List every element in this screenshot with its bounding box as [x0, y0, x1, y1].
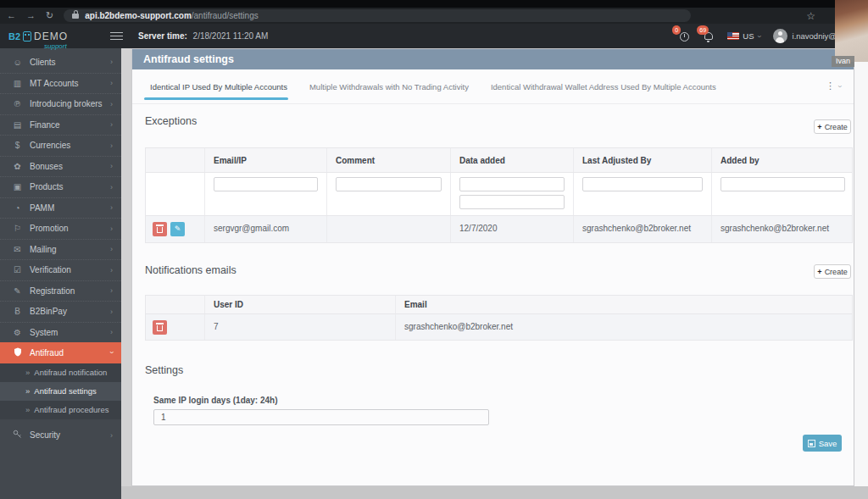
chevron-right-icon: ›	[110, 162, 113, 170]
sidebar-item-label: Clients	[30, 58, 56, 67]
sidebar-item-bonuses[interactable]: ✿ Bonuses ›	[0, 156, 121, 177]
filter-added-by-input[interactable]	[721, 177, 845, 191]
cell-email: sgrashchenko@b2broker.net	[396, 314, 854, 340]
clients-icon: ☺	[11, 58, 24, 67]
currencies-icon: $	[11, 141, 24, 150]
filter-actions-cell	[146, 173, 205, 215]
back-button[interactable]: ←	[7, 11, 16, 20]
url-bar[interactable]: api.b2bdemo-support.com /antifraud/setti…	[64, 9, 691, 22]
cell-added-by: sgrashchenko@b2broker.net	[712, 216, 854, 242]
column-header-comment: Comment	[327, 148, 451, 172]
products-icon: ▣	[11, 182, 24, 191]
mt-accounts-icon: ▥	[11, 79, 24, 88]
sidebar-item-pamm[interactable]: ◔ PAMM ›	[0, 197, 121, 219]
tab-collapse-button[interactable]: ›	[836, 86, 844, 88]
sidebar-item-verification[interactable]: ☑ Verification ›	[0, 259, 121, 280]
create-notification-email-button[interactable]: + Create	[814, 264, 851, 279]
notifications-button[interactable]: 69	[703, 30, 715, 42]
tab-identical-ip[interactable]: Identical IP Used By Multiple Accounts	[150, 82, 287, 91]
avatar	[773, 29, 787, 43]
bookmark-star-icon[interactable]: ☆	[806, 10, 815, 22]
verification-icon: ☑	[11, 265, 24, 274]
row-actions-cell: ✎	[146, 216, 205, 242]
cell-comment	[327, 216, 451, 242]
hamburger-menu-button[interactable]	[110, 32, 123, 41]
column-header-data-added: Data added	[451, 148, 574, 172]
bonuses-icon: ✿	[11, 162, 24, 171]
sidebar-item-security[interactable]: Security ›	[0, 425, 121, 446]
notifications-header-row: User ID Email	[146, 296, 852, 314]
forward-button[interactable]: →	[26, 11, 36, 20]
chevron-right-icon: ›	[110, 308, 113, 316]
sidebar-item-b2binpay[interactable]: Ƀ B2BinPay ›	[0, 301, 121, 322]
settings-heading: Settings	[145, 364, 183, 376]
row-actions-cell	[146, 314, 205, 340]
chevron-right-icon: ›	[110, 79, 113, 87]
antifraud-shield-icon	[11, 347, 24, 358]
filter-date-from-input[interactable]	[459, 177, 565, 191]
trash-icon	[157, 325, 163, 331]
sidebar-item-registration[interactable]: ✎ Registration ›	[0, 280, 121, 302]
sidebar-item-promotion[interactable]: ⚐ Promotion ›	[0, 218, 121, 239]
exceptions-header-row: Email/IP Comment Data added Last Adjuste…	[146, 148, 852, 173]
browser-chrome: ← → ↻ api.b2bdemo-support.com /antifraud…	[0, 0, 868, 24]
server-time: Server time: 2/18/2021 11:20 AM	[138, 31, 268, 41]
main-content: Antifraud settings Identical IP Used By …	[121, 48, 868, 499]
notifications-emails-table: User ID Email 7 sgrashchenko@b2broker.ne…	[145, 295, 853, 341]
b2binpay-icon: Ƀ	[11, 307, 24, 316]
filter-last-adjusted-input[interactable]	[582, 177, 703, 191]
sidebar-item-antifraud-notification[interactable]: » Antifraud notification	[0, 363, 121, 382]
tab-multiple-withdrawals[interactable]: Multiple Withdrawals with No Trading Act…	[309, 82, 469, 91]
sidebar-item-mailing[interactable]: ✉ Mailing ›	[0, 239, 121, 260]
page-title: Antifraud settings	[132, 49, 854, 69]
delete-notification-email-button[interactable]	[153, 320, 167, 335]
sidebar-item-label: MT Accounts	[30, 79, 79, 88]
app-header: B2 DEMO support Server time: 2/18/2021 1…	[0, 24, 868, 48]
chevron-right-icon: ›	[110, 266, 113, 274]
delete-exception-button[interactable]	[153, 222, 167, 236]
reload-button[interactable]: ↻	[46, 11, 53, 20]
logo-support-text: support	[44, 42, 67, 50]
sidebar-item-products[interactable]: ▣ Products ›	[0, 176, 121, 197]
column-header-email-ip: Email/IP	[205, 148, 327, 172]
create-exception-button[interactable]: + Create	[814, 119, 851, 134]
app-logo: B2 DEMO support	[0, 30, 100, 42]
tab-identical-wallet[interactable]: Identical Withdrawal Wallet Address Used…	[491, 82, 716, 91]
actions-column-header	[146, 296, 205, 313]
sidebar-item-system[interactable]: ⚙ System ›	[0, 322, 121, 343]
sidebar-item-introducing-brokers[interactable]: ℗ Introducing brokers ›	[0, 93, 121, 114]
edit-exception-button[interactable]: ✎	[170, 222, 185, 236]
column-header-last-adjusted-by: Last Adjusted By	[574, 148, 712, 172]
sidebar-item-antifraud-settings[interactable]: » Antifraud settings	[0, 382, 121, 401]
chevron-right-icon: ›	[110, 286, 113, 295]
sidebar-item-finance[interactable]: ▤ Finance ›	[0, 114, 121, 136]
save-settings-button[interactable]: Save	[803, 435, 842, 452]
history-button[interactable]: 0	[678, 30, 690, 42]
tab-menu-button[interactable]: ⋮	[826, 80, 835, 91]
sidebar-item-antifraud-procedures[interactable]: » Antifraud procedures	[0, 401, 121, 419]
sidebar-item-antifraud[interactable]: Antifraud ›	[0, 342, 121, 363]
active-tab-underline	[144, 97, 288, 100]
webcam-name-tag: Ivan	[832, 56, 854, 67]
sidebar-item-currencies[interactable]: $ Currencies ›	[0, 135, 121, 156]
filter-comment-input[interactable]	[336, 177, 442, 191]
server-time-value: 2/18/2021 11:20 AM	[193, 31, 269, 41]
browser-toolbar: ← → ↻ api.b2bdemo-support.com /antifraud…	[0, 8, 868, 24]
sidebar-item-label: Bonuses	[30, 162, 63, 171]
mailing-icon: ✉	[11, 245, 24, 254]
same-ip-login-days-input[interactable]	[153, 409, 489, 425]
sidebar-item-clients[interactable]: ☺ Clients ›	[0, 52, 121, 73]
create-button-label: Create	[825, 123, 848, 131]
sidebar-item-mt-accounts[interactable]: ▥ MT Accounts ›	[0, 73, 121, 94]
content-right-strip	[854, 48, 868, 486]
history-badge: 0	[672, 25, 681, 35]
submenu-item-label: Antifraud procedures	[34, 405, 108, 414]
url-domain: api.b2bdemo-support.com	[85, 11, 192, 20]
language-selector[interactable]: US ›	[727, 31, 760, 41]
filter-date-to-input[interactable]	[459, 195, 565, 209]
exceptions-heading: Exceptions	[145, 115, 197, 127]
sidebar-item-label: B2BinPay	[30, 307, 67, 316]
sidebar-item-label: Promotion	[30, 224, 69, 233]
filter-email-ip-input[interactable]	[214, 177, 318, 191]
save-button-label: Save	[819, 439, 837, 448]
